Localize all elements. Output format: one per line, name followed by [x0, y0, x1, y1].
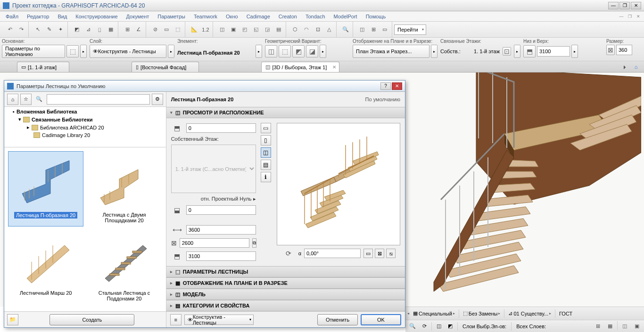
- redo-button[interactable]: ↷: [16, 24, 26, 35]
- library-tree[interactable]: ▪Вложенная Библиотека ▾Связанные Библиот…: [4, 107, 166, 147]
- ruler-tool[interactable]: ⌷: [94, 24, 105, 35]
- persp-icon[interactable]: ◫: [437, 323, 441, 329]
- find-tool[interactable]: 🔍: [340, 24, 351, 35]
- section-display[interactable]: ▸▦ ОТОБРАЖЕНИЕ НА ПЛАНЕ И В РАЗРЕЗЕ: [166, 277, 405, 289]
- zoom-icon[interactable]: 🔍: [409, 323, 416, 329]
- geom-opt2[interactable]: ⬚: [279, 45, 291, 57]
- proj-zero-label[interactable]: отн. Проектный Нуль ▸: [171, 196, 256, 202]
- view-side[interactable]: ▤: [261, 160, 271, 170]
- menu-document[interactable]: Документ: [123, 13, 153, 20]
- menu-design[interactable]: Конструирование: [72, 13, 121, 20]
- layer-arrow[interactable]: ▸: [168, 45, 174, 58]
- story-select[interactable]: 1. 1-й этаж (С...асно Отметке): [171, 145, 256, 193]
- main-arrow[interactable]: ▸: [80, 45, 87, 58]
- mirror-x[interactable]: ⊠: [375, 249, 384, 258]
- view3-tool[interactable]: ▭: [380, 24, 390, 35]
- size-input[interactable]: [616, 45, 632, 55]
- preview-3d[interactable]: [277, 123, 400, 245]
- bottop-arrow[interactable]: ▸: [571, 45, 578, 58]
- schedule-tool[interactable]: ▤: [273, 24, 284, 35]
- render-icon2[interactable]: ▦: [605, 321, 615, 332]
- arrow-tool[interactable]: ↖: [33, 24, 43, 35]
- dim1-input[interactable]: [186, 225, 256, 235]
- curtain-tool[interactable]: ⊡: [313, 24, 323, 35]
- menu-file[interactable]: Файл: [2, 13, 22, 20]
- undo-button[interactable]: ↶: [5, 24, 15, 35]
- dim-tool[interactable]: 1.2: [200, 24, 211, 35]
- orbit-icon[interactable]: ⟳: [422, 323, 427, 329]
- cancel-button[interactable]: Отменить: [317, 314, 358, 325]
- thumb-steel-stair[interactable]: Стальная Лестница с Поддонами 20: [86, 229, 162, 305]
- trace-tool[interactable]: ⬚: [173, 24, 183, 35]
- layer-dropdown[interactable]: 👁 Конструктив - Лестницы: [90, 45, 166, 58]
- stair-tool-icon[interactable]: ⬚: [66, 45, 79, 57]
- tab-close-icon[interactable]: ✕: [332, 65, 336, 70]
- tab-nav-icon[interactable]: ⏵: [619, 62, 630, 72]
- morph-tool[interactable]: ⬡: [290, 24, 300, 35]
- layer-combo[interactable]: 👁 Конструктив - Лестницы: [184, 315, 254, 325]
- view1-tool[interactable]: ◫: [357, 24, 367, 35]
- worksheet-tool[interactable]: ◲: [262, 24, 272, 35]
- measure-tool[interactable]: 📐: [189, 24, 199, 35]
- view-iso[interactable]: ℹ: [261, 172, 271, 182]
- tab-floor[interactable]: ▭ [1. 1-й этаж]: [17, 62, 69, 72]
- geom-opt4[interactable]: ◪: [306, 45, 318, 57]
- status-gost[interactable]: ГОСТ: [557, 309, 574, 318]
- ok-button[interactable]: OK: [361, 314, 401, 325]
- tree-nested[interactable]: ▪Вложенная Библиотека: [4, 108, 166, 115]
- menu-cadimage[interactable]: Cadimage: [243, 13, 274, 20]
- display-arrow[interactable]: ▸: [431, 45, 438, 58]
- menu-help[interactable]: Помощь: [362, 13, 390, 20]
- create-button[interactable]: Создать: [50, 314, 134, 325]
- section-categories[interactable]: ▸▤ КАТЕГОРИИ И СВОЙСТВА: [166, 300, 405, 311]
- section-preview[interactable]: ▾◫ ПРОСМОТР И РАСПОЛОЖЕНИЕ: [166, 107, 405, 118]
- shell-tool[interactable]: ◠: [301, 24, 312, 35]
- dialog-close-button[interactable]: ✕: [392, 82, 402, 90]
- geom-opt1[interactable]: ◫: [265, 45, 277, 57]
- detail-tool[interactable]: ◱: [251, 24, 261, 35]
- inner-restore[interactable]: ❐: [626, 13, 634, 20]
- menu-editor[interactable]: Редактор: [23, 13, 53, 20]
- menu-creaton[interactable]: Creaton: [275, 13, 301, 20]
- menu-options[interactable]: Параметры: [154, 13, 189, 20]
- guide-tool[interactable]: ⊿: [83, 24, 93, 35]
- inner-minimize[interactable]: —: [618, 13, 625, 20]
- layer-tool[interactable]: ▭: [161, 24, 172, 35]
- menu-teamwork[interactable]: Teamwork: [190, 13, 221, 20]
- section-model[interactable]: ▸◫ МОДЕЛЬ: [166, 289, 405, 300]
- elevation-input[interactable]: [186, 123, 256, 133]
- tree-cadimage[interactable]: Cadimage Library 20: [4, 131, 166, 139]
- goto-dropdown[interactable]: Перейти: [394, 24, 426, 35]
- layer-icon-button[interactable]: ≡: [170, 314, 182, 325]
- view2-tool[interactable]: ⊞: [368, 24, 379, 35]
- tab-elevation[interactable]: ▯ [Восточный Фасад]: [132, 62, 199, 72]
- snap-tool[interactable]: ◩: [72, 24, 82, 35]
- render-icon3[interactable]: ◫: [619, 321, 630, 332]
- tree-archlib[interactable]: ▸Библиотека ARCHICAD 20: [4, 123, 166, 131]
- tab-3d[interactable]: ◫ [3D / Выборка, Этаж 1]✕: [261, 62, 339, 72]
- view-3d[interactable]: ◫: [261, 147, 271, 158]
- dim3-input[interactable]: [186, 251, 256, 261]
- thumb-u-stair[interactable]: Лестница П-образная 20: [8, 151, 83, 227]
- elev-tool[interactable]: ◰: [239, 24, 250, 35]
- status-left-arrow[interactable]: ◂: [407, 311, 409, 316]
- render-icon1[interactable]: ⊞: [593, 321, 603, 332]
- linked-icon[interactable]: ⊡: [503, 47, 511, 56]
- 3d-tool[interactable]: ◫: [217, 24, 227, 35]
- defaults-button[interactable]: Параметры по Умолчанию: [2, 45, 65, 58]
- wand-tool[interactable]: ✦: [55, 24, 66, 35]
- axon-icon[interactable]: ◩: [448, 323, 453, 329]
- search-input[interactable]: [47, 94, 150, 105]
- proj-zero-input[interactable]: [186, 205, 256, 215]
- mirror-none[interactable]: ▭: [363, 249, 373, 258]
- menu-view[interactable]: Вид: [54, 13, 71, 20]
- dialog-help-button[interactable]: ?: [380, 82, 391, 90]
- angle-snap[interactable]: ∠: [133, 24, 144, 35]
- settings-gear-button[interactable]: ⚙: [152, 94, 163, 105]
- thumb-double-landing[interactable]: Лестница с Двумя Площадками 20: [86, 151, 162, 227]
- linked-arrow[interactable]: ▸: [514, 45, 520, 58]
- home-library-button[interactable]: ⌂: [7, 94, 18, 105]
- roof-tool[interactable]: △: [324, 24, 334, 35]
- menu-window[interactable]: Окно: [222, 13, 242, 20]
- dim2-input[interactable]: [180, 238, 249, 248]
